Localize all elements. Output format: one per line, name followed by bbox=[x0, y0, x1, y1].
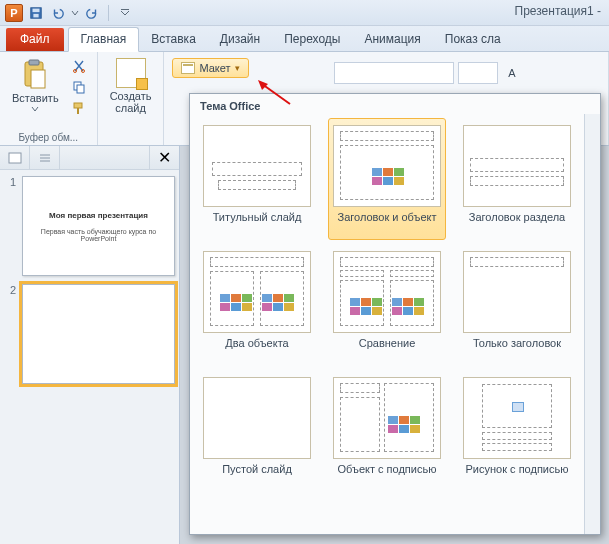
layout-item-blank[interactable]: Пустой слайд bbox=[198, 370, 316, 492]
layout-label: Заголовок и объект bbox=[338, 207, 437, 237]
svg-rect-11 bbox=[74, 103, 82, 108]
layout-label: Два объекта bbox=[225, 333, 288, 363]
slide-thumbnail-2[interactable] bbox=[22, 284, 175, 384]
layout-label: Пустой слайд bbox=[222, 459, 292, 489]
thumb-row-1[interactable]: 1 Моя первая презентация Первая часть об… bbox=[0, 170, 179, 278]
layout-label: Макет bbox=[199, 62, 230, 74]
save-icon[interactable] bbox=[26, 3, 46, 23]
svg-rect-1 bbox=[33, 8, 40, 12]
app-icon[interactable]: P bbox=[4, 3, 24, 23]
layout-item-section-header[interactable]: Заголовок раздела bbox=[458, 118, 576, 240]
layout-gallery: Тема Office Титульный слайд Заголовок и … bbox=[189, 93, 601, 535]
svg-rect-12 bbox=[77, 108, 79, 114]
layout-item-title-content[interactable]: Заголовок и объект bbox=[328, 118, 446, 240]
copy-icon[interactable] bbox=[69, 77, 89, 97]
quick-access-toolbar: P bbox=[4, 3, 135, 23]
svg-rect-5 bbox=[29, 60, 39, 65]
close-pane-icon[interactable]: ✕ bbox=[149, 146, 179, 169]
thumb-row-2[interactable]: 2 bbox=[0, 278, 179, 386]
layout-label: Только заголовок bbox=[473, 333, 561, 363]
layout-label: Титульный слайд bbox=[213, 207, 302, 237]
new-slide-button[interactable]: Создать слайд bbox=[106, 56, 156, 116]
new-slide-label2: слайд bbox=[115, 102, 146, 114]
layout-item-title-slide[interactable]: Титульный слайд bbox=[198, 118, 316, 240]
slide-thumbnails-pane: ✕ 1 Моя первая презентация Первая часть … bbox=[0, 146, 180, 544]
svg-rect-3 bbox=[121, 9, 129, 10]
new-slide-label1: Создать bbox=[110, 90, 152, 102]
thumb-title: Моя первая презентация bbox=[31, 211, 166, 220]
tab-slideshow[interactable]: Показ сла bbox=[433, 28, 513, 51]
ribbon-tabs: Файл Главная Вставка Дизайн Переходы Ани… bbox=[0, 26, 609, 52]
slide-thumbnail-1[interactable]: Моя первая презентация Первая часть обуч… bbox=[22, 176, 175, 276]
layout-icon bbox=[181, 62, 195, 74]
document-title: Презентация1 - bbox=[515, 4, 602, 18]
paste-button[interactable]: Вставить bbox=[8, 56, 63, 114]
thumbnails-tabs: ✕ bbox=[0, 146, 179, 170]
tab-file[interactable]: Файл bbox=[6, 28, 64, 51]
tab-insert[interactable]: Вставка bbox=[139, 28, 208, 51]
tab-design[interactable]: Дизайн bbox=[208, 28, 272, 51]
layout-item-two-content[interactable]: Два объекта bbox=[198, 244, 316, 366]
group-slides: Создать слайд bbox=[98, 52, 165, 145]
layout-label: Сравнение bbox=[359, 333, 416, 363]
svg-rect-6 bbox=[31, 70, 45, 88]
layout-item-title-only[interactable]: Только заголовок bbox=[458, 244, 576, 366]
slides-tab-icon[interactable] bbox=[0, 146, 30, 169]
gallery-scrollbar[interactable] bbox=[584, 114, 600, 534]
redo-icon[interactable] bbox=[82, 3, 102, 23]
tab-animations[interactable]: Анимация bbox=[352, 28, 432, 51]
svg-rect-10 bbox=[77, 85, 84, 93]
undo-icon[interactable] bbox=[48, 3, 68, 23]
layout-item-content-caption[interactable]: Объект с подписью bbox=[328, 370, 446, 492]
thumb-number: 1 bbox=[4, 176, 16, 276]
chevron-down-icon: ▾ bbox=[235, 63, 240, 73]
svg-rect-13 bbox=[9, 153, 21, 163]
layout-label: Рисунок с подписью bbox=[466, 459, 569, 489]
title-bar: P Презентация1 - bbox=[0, 0, 609, 26]
increase-font-icon[interactable]: A bbox=[502, 63, 522, 83]
outline-tab-icon[interactable] bbox=[30, 146, 60, 169]
format-painter-icon[interactable] bbox=[69, 98, 89, 118]
group-clipboard-label: Буфер обм... bbox=[19, 130, 79, 143]
tab-home[interactable]: Главная bbox=[68, 27, 140, 52]
gallery-title: Тема Office bbox=[190, 94, 600, 114]
font-combo[interactable] bbox=[334, 62, 454, 84]
svg-rect-2 bbox=[33, 13, 38, 17]
undo-dropdown-icon[interactable] bbox=[70, 3, 80, 23]
font-size-combo[interactable] bbox=[458, 62, 498, 84]
tab-transitions[interactable]: Переходы bbox=[272, 28, 352, 51]
layout-label: Объект с подписью bbox=[338, 459, 437, 489]
layout-label: Заголовок раздела bbox=[469, 207, 565, 237]
layout-item-comparison[interactable]: Сравнение bbox=[328, 244, 446, 366]
qat-customize-icon[interactable] bbox=[115, 3, 135, 23]
thumb-subtitle: Первая часть обучающего курса по PowerPo… bbox=[31, 228, 166, 242]
thumb-number: 2 bbox=[4, 284, 16, 384]
layout-item-picture-caption[interactable]: Рисунок с подписью bbox=[458, 370, 576, 492]
cut-icon[interactable] bbox=[69, 56, 89, 76]
layout-button[interactable]: Макет ▾ bbox=[172, 58, 248, 78]
group-clipboard: Вставить Буфер обм... bbox=[0, 52, 98, 145]
paste-label: Вставить bbox=[12, 92, 59, 104]
